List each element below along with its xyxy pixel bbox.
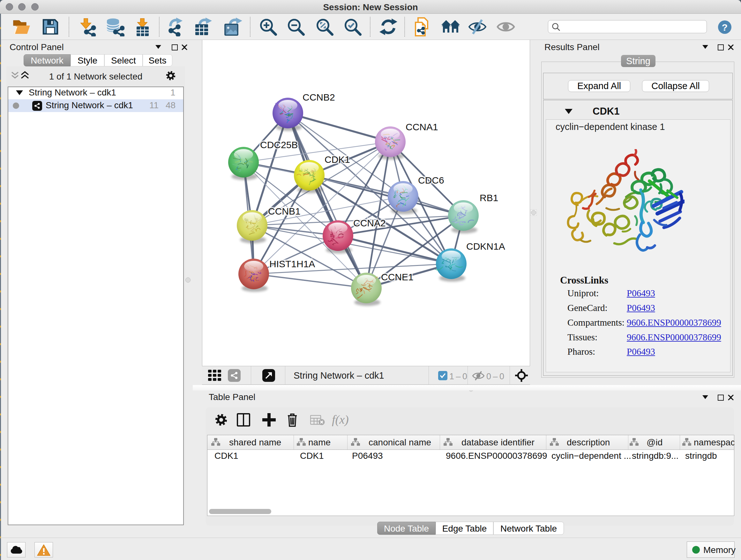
svg-text:CDC25B: CDC25B <box>260 139 298 150</box>
svg-text:?: ? <box>722 22 728 33</box>
svg-text:HIST1H1A: HIST1H1A <box>269 259 315 269</box>
svg-text:CCNA2: CCNA2 <box>353 218 386 228</box>
svg-text:CDC6: CDC6 <box>418 175 444 186</box>
svg-text:RB1: RB1 <box>480 192 498 203</box>
svg-text:CCNB2: CCNB2 <box>302 92 335 103</box>
svg-text:CDK1: CDK1 <box>325 154 350 165</box>
svg-text:CCNB1: CCNB1 <box>268 206 300 216</box>
svg-text:CCNA1: CCNA1 <box>406 122 438 132</box>
svg-text:CDKN1A: CDKN1A <box>466 241 505 252</box>
svg-text:CCNE1: CCNE1 <box>381 272 414 282</box>
